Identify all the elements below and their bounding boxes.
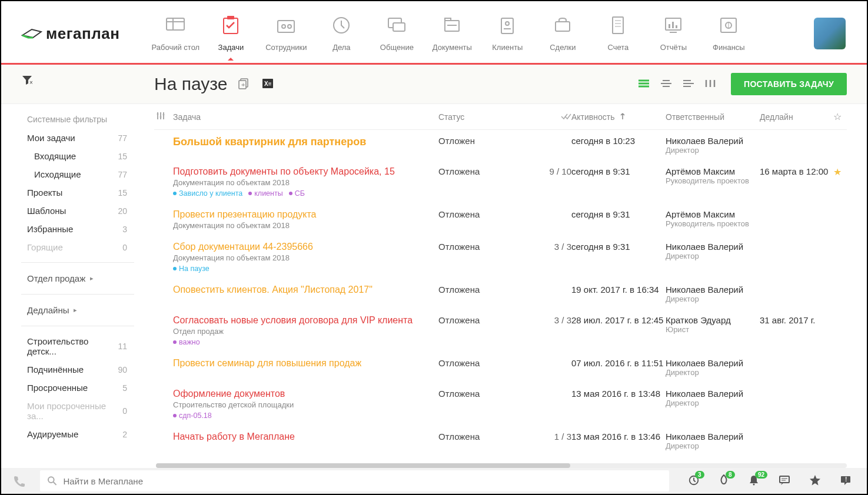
task-checklist: 3 / 3: [538, 315, 571, 325]
sidebar-item[interactable]: Входящие15: [21, 147, 134, 165]
svg-rect-25: [676, 25, 677, 28]
global-search[interactable]: [40, 470, 669, 491]
task-row[interactable]: Провести семинар для повышения продажОтл…: [154, 352, 847, 383]
task-responsible: Николаев Валерий: [666, 136, 760, 146]
sidebar-item[interactable]: Горящие0: [21, 238, 134, 256]
sidebar-item[interactable]: Подчинённые90: [21, 360, 134, 379]
alerts-clock-icon[interactable]: !3: [688, 474, 700, 488]
task-status: Отложена: [438, 166, 538, 176]
task-status: Отложена: [438, 209, 538, 219]
alerts-fire-icon[interactable]: 8: [719, 474, 729, 488]
nav-label: Сделки: [550, 43, 576, 52]
task-row[interactable]: Согласовать новые условия договора для V…: [154, 309, 847, 352]
view-list-centered-icon[interactable]: [660, 79, 672, 90]
task-tag: На паузе: [173, 265, 209, 273]
sidebar-item[interactable]: Проекты15: [21, 183, 134, 202]
col-header-responsible[interactable]: Ответственный: [666, 112, 760, 122]
column-settings-icon[interactable]: [157, 112, 173, 122]
favorites-star-icon[interactable]: [809, 474, 821, 488]
nav-label: Финансы: [713, 43, 745, 52]
deals-icon: [536, 14, 589, 36]
badge-fire: 8: [726, 471, 735, 479]
phone-icon[interactable]: [1, 475, 36, 487]
search-icon: [47, 476, 58, 486]
task-title[interactable]: Провести презентацию продукта: [173, 209, 429, 220]
col-header-status[interactable]: Статус: [438, 112, 538, 122]
col-header-task[interactable]: Задача: [173, 112, 438, 122]
sort-up-icon[interactable]: [620, 112, 626, 122]
task-tag: СБ: [289, 189, 305, 198]
sidebar-item[interactable]: Мои задачи77: [21, 129, 134, 147]
view-columns-icon[interactable]: [705, 79, 716, 90]
nav-item-deals[interactable]: Сделки: [536, 1, 589, 59]
user-avatar[interactable]: [814, 18, 846, 49]
create-task-button[interactable]: ПОСТАВИТЬ ЗАДАЧУ: [731, 73, 847, 95]
task-title[interactable]: Оформление документов: [173, 389, 429, 399]
nav-item-reports[interactable]: Отчёты: [647, 1, 700, 59]
task-row[interactable]: Провести презентацию продуктаДокументаци…: [154, 203, 847, 236]
task-status: Отложена: [438, 242, 538, 252]
logo[interactable]: мегаплан: [21, 25, 119, 43]
col-header-star-icon[interactable]: ☆: [830, 111, 844, 122]
sidebar-item[interactable]: Мои просроченные за...0: [21, 397, 134, 425]
nav-label: Рабочий стол: [152, 43, 200, 52]
nav-item-docs[interactable]: Документы: [425, 1, 478, 59]
task-tag: важно: [173, 338, 200, 346]
copy-icon[interactable]: +: [238, 77, 251, 92]
sidebar-item[interactable]: Строительство детск...11: [21, 332, 134, 360]
sidebar-group-Отдел продаж[interactable]: Отдел продаж▸: [21, 269, 134, 288]
task-star-icon[interactable]: ★: [830, 166, 844, 178]
view-list-left-icon[interactable]: [683, 79, 694, 90]
svg-rect-24: [672, 22, 674, 28]
task-row[interactable]: Начать работу в МегапланеОтложена1 / 313…: [154, 426, 847, 456]
alerts-bell-icon[interactable]: 92: [748, 474, 760, 488]
nav-item-invoices[interactable]: Счета: [591, 1, 644, 59]
task-activity: сегодня в 10:23: [571, 136, 666, 146]
nav-item-staff[interactable]: Сотрудники: [260, 1, 312, 59]
task-row[interactable]: Подготовить документы по объекту Маросей…: [154, 160, 847, 203]
task-responsible: Николаев Валерий: [666, 389, 760, 399]
global-search-input[interactable]: [64, 476, 662, 486]
task-title[interactable]: Провести семинар для повышения продаж: [173, 358, 429, 369]
task-title[interactable]: Большой квартирник для партнеров: [173, 136, 429, 148]
sidebar-item[interactable]: Исходящие77: [21, 165, 134, 183]
col-header-checklist-icon[interactable]: [538, 112, 571, 122]
filter-icon[interactable]: ×: [21, 74, 33, 88]
sidebar-item[interactable]: Шаблоны20: [21, 202, 134, 220]
time-icon: [315, 14, 368, 36]
task-row[interactable]: Оформление документовСтроительство детск…: [154, 383, 847, 426]
sidebar-item[interactable]: Просроченные5: [21, 379, 134, 397]
sidebar-group-Дедлайны[interactable]: Дедлайны▸: [21, 300, 134, 320]
tasks-icon: [204, 14, 257, 36]
nav-item-finance[interactable]: Финансы: [702, 1, 755, 59]
nav-item-desktop[interactable]: Рабочий стол: [149, 1, 202, 59]
nav-item-time[interactable]: Дела: [315, 1, 368, 59]
task-activity: сегодня в 9:31: [571, 209, 666, 219]
task-row[interactable]: Большой квартирник для партнеровОтложенс…: [154, 130, 847, 160]
task-title[interactable]: Подготовить документы по объекту Маросей…: [173, 166, 429, 177]
task-row[interactable]: Оповестить клиентов. Акция "Листопад 201…: [154, 279, 847, 309]
task-activity: 13 мая 2016 г. в 13:46: [571, 432, 666, 442]
svg-point-58: [753, 483, 755, 485]
feedback-icon[interactable]: !: [840, 475, 852, 487]
col-header-activity[interactable]: Активность: [571, 112, 615, 122]
task-title[interactable]: Начать работу в Мегаплане: [173, 432, 429, 442]
nav-item-chat[interactable]: Общение: [370, 1, 423, 59]
messages-icon[interactable]: [779, 475, 790, 487]
task-status: Отложена: [438, 285, 538, 295]
task-title[interactable]: Согласовать новые условия договора для V…: [173, 315, 429, 326]
nav-item-tasks[interactable]: Задачи: [204, 1, 257, 59]
sidebar-item[interactable]: Избранные3: [21, 220, 134, 238]
excel-export-icon[interactable]: X≡: [261, 77, 274, 92]
nav-item-clients[interactable]: Клиенты: [481, 1, 534, 59]
task-row[interactable]: Сбор документации 44-2395666Документация…: [154, 236, 847, 279]
task-tag: клиенты: [248, 189, 282, 198]
task-title[interactable]: Оповестить клиентов. Акция "Листопад 201…: [173, 285, 429, 295]
finance-icon: [702, 14, 755, 36]
view-list-compact-icon[interactable]: [638, 79, 650, 90]
horizontal-scroll[interactable]: [156, 463, 847, 468]
sidebar-item[interactable]: Аудируемые2: [21, 425, 134, 443]
task-subtitle: Отдел продаж: [173, 327, 429, 336]
col-header-deadline[interactable]: Дедлайн: [760, 112, 830, 122]
task-title[interactable]: Сбор документации 44-2395666: [173, 242, 429, 252]
